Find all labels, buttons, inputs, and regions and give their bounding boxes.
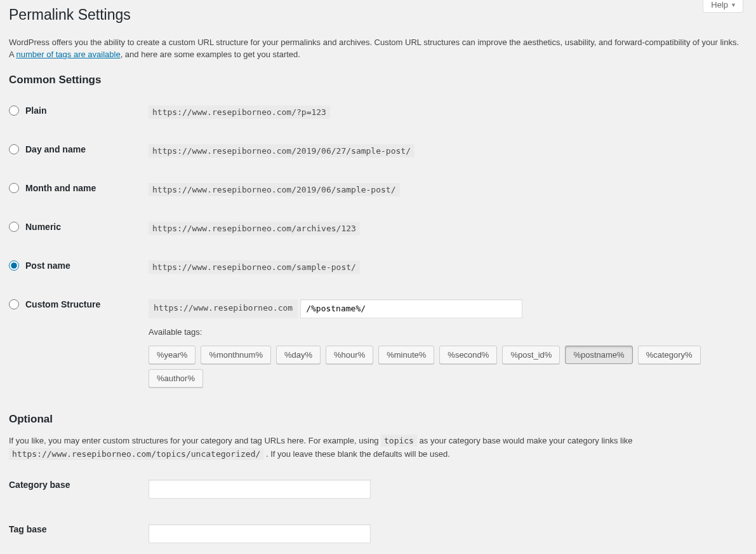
intro-text-post: , and here are some examples to get you … — [121, 50, 300, 59]
sample-month-name: https://www.resepiborneo.com/2019/06/sam… — [149, 183, 400, 196]
sample-plain: https://www.resepiborneo.com/?p=123 — [149, 105, 330, 119]
category-base-label: Category base — [9, 467, 149, 511]
intro-paragraph: WordPress offers you the ability to crea… — [9, 36, 743, 61]
radio-plain[interactable] — [9, 105, 19, 116]
option-month-name[interactable]: Month and name — [9, 183, 96, 193]
tag-button-postname[interactable]: %postname% — [565, 346, 632, 364]
sample-numeric: https://www.resepiborneo.com/archives/12… — [149, 222, 360, 235]
option-day-name-label: Day and name — [25, 144, 86, 154]
optional-heading: Optional — [9, 413, 743, 426]
tag-button-hour[interactable]: %hour% — [326, 346, 373, 364]
optional-code-url: https://www.resepiborneo.com/topics/unca… — [9, 448, 263, 460]
tag-button-post_id[interactable]: %post_id% — [502, 346, 560, 364]
tag-button-minute[interactable]: %minute% — [378, 346, 434, 364]
tag-button-year[interactable]: %year% — [149, 346, 196, 364]
page-title: Permalink Settings — [9, 0, 743, 27]
tag-button-day[interactable]: %day% — [276, 346, 321, 364]
radio-month-name[interactable] — [9, 183, 19, 193]
optional-desc-mid: as your category base would make your ca… — [420, 436, 633, 445]
help-tab[interactable]: Help ▼ — [703, 0, 743, 13]
option-plain[interactable]: Plain — [9, 105, 46, 116]
sample-post-name: https://www.resepiborneo.com/sample-post… — [149, 260, 360, 274]
tag-button-monthnum[interactable]: %monthnum% — [201, 346, 271, 364]
radio-post-name[interactable] — [9, 260, 19, 271]
number-of-tags-link[interactable]: number of tags are available — [17, 50, 121, 59]
tag-button-second[interactable]: %second% — [439, 346, 497, 364]
optional-desc-pre: If you like, you may enter custom struct… — [9, 436, 381, 445]
tag-base-label: Tag base — [9, 511, 149, 554]
sample-day-name: https://www.resepiborneo.com/2019/06/27/… — [149, 144, 414, 158]
common-settings-heading: Common Settings — [9, 74, 743, 86]
optional-description: If you like, you may enter custom struct… — [9, 435, 743, 461]
option-post-name[interactable]: Post name — [9, 260, 70, 271]
option-numeric[interactable]: Numeric — [9, 222, 61, 232]
tag-button-author[interactable]: %author% — [149, 369, 203, 388]
option-month-name-label: Month and name — [25, 183, 96, 193]
available-tags-label: Available tags: — [149, 327, 202, 337]
category-base-input[interactable] — [149, 480, 371, 499]
option-custom-structure-label: Custom Structure — [25, 299, 100, 309]
optional-desc-post: . If you leave these blank the defaults … — [266, 449, 450, 459]
optional-code-topics: topics — [381, 435, 417, 447]
option-post-name-label: Post name — [25, 260, 70, 271]
custom-base-url: https://www.resepiborneo.com — [149, 299, 298, 318]
dropdown-icon: ▼ — [731, 2, 736, 8]
option-day-name[interactable]: Day and name — [9, 144, 86, 154]
option-numeric-label: Numeric — [25, 222, 61, 232]
tag-button-category[interactable]: %category% — [638, 346, 701, 364]
radio-day-name[interactable] — [9, 144, 19, 154]
radio-custom-structure[interactable] — [9, 299, 19, 309]
option-plain-label: Plain — [25, 105, 46, 116]
available-tags-container: %year%%monthnum%%day%%hour%%minute%%seco… — [149, 346, 737, 388]
custom-structure-input[interactable] — [300, 299, 522, 318]
help-tab-label: Help — [711, 0, 728, 10]
tag-base-input[interactable] — [149, 524, 371, 543]
radio-numeric[interactable] — [9, 222, 19, 232]
optional-table: Category base Tag base — [9, 467, 743, 554]
option-custom-structure[interactable]: Custom Structure — [9, 299, 100, 309]
permalink-options-table: Plain https://www.resepiborneo.com/?p=12… — [9, 93, 743, 400]
